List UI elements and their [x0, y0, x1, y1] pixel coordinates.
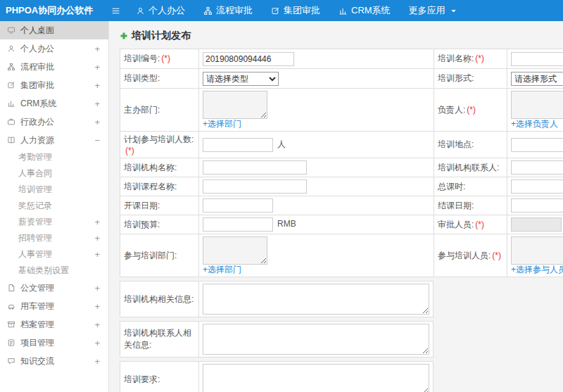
training-code-cell	[199, 49, 434, 69]
budget-input[interactable]	[203, 217, 273, 232]
sidebar-item-13[interactable]: 人事管理+	[0, 246, 108, 263]
select-leader-link[interactable]: +选择负责人	[511, 119, 558, 129]
sidebar-item-8[interactable]: 人事合同	[0, 165, 108, 182]
nav-item-2[interactable]: 集团审批	[262, 0, 329, 21]
expand-marker: +	[94, 233, 100, 244]
training-name-cell	[507, 49, 563, 69]
nav-item-4[interactable]: 更多应用	[400, 0, 467, 21]
training-type-label: 培训类型:	[120, 69, 199, 89]
end-date-input[interactable]	[511, 198, 563, 213]
sidebar-item-label: CRM系统	[20, 98, 56, 110]
sidebar-item-label: 招聘管理	[18, 232, 52, 244]
sidebar-item-label: 公文管理	[20, 282, 54, 294]
sidebar-item-label: 考勤管理	[18, 151, 52, 163]
org-contact-cell	[507, 158, 563, 177]
expand-marker: +	[94, 249, 100, 260]
expand-marker: −	[94, 135, 100, 146]
org-contact-info-textarea[interactable]	[203, 324, 429, 355]
sidebar-item-1[interactable]: 个人办公+	[0, 39, 108, 58]
nav-item-3[interactable]: CRM系统	[329, 0, 400, 21]
join-dept-label: 参与培训部门:	[120, 234, 199, 277]
approver-input[interactable]	[511, 217, 562, 232]
join-dept-textarea[interactable]	[203, 236, 267, 265]
training-code-input[interactable]	[203, 52, 294, 66]
course-name-input[interactable]	[203, 179, 307, 194]
page-title: 培训计划发布	[120, 30, 563, 42]
org-contact-input[interactable]	[511, 160, 563, 175]
end-date-label: 结课日期:	[434, 196, 507, 215]
sidebar-item-17[interactable]: 档案管理+	[0, 315, 108, 334]
sidebar-item-label: 培训管理	[18, 184, 52, 196]
doc-icon	[7, 284, 15, 292]
menu-icon	[111, 6, 120, 15]
expand-marker: +	[94, 117, 100, 127]
sidebar-item-15[interactable]: 公文管理+	[0, 279, 108, 297]
sidebar-item-9[interactable]: 培训管理	[0, 182, 108, 198]
person-unit-label: 人	[277, 139, 286, 149]
training-type-select[interactable]: 请选择类型	[203, 72, 279, 86]
leader-textarea[interactable]	[511, 91, 563, 119]
sidebar-item-6[interactable]: 人力资源−	[0, 131, 108, 149]
select-dept-link[interactable]: +选择部门	[203, 119, 241, 129]
sidebar-menu: 个人桌面个人办公+流程审批+集团审批+CRM系统+行政办公+人力资源−考勤管理人…	[0, 21, 108, 370]
org-contact-info-cell	[199, 322, 434, 358]
sidebar-item-0[interactable]: 个人桌面	[0, 21, 108, 39]
sidebar-item-5[interactable]: 行政办公+	[0, 113, 108, 131]
total-hours-input[interactable]	[511, 179, 563, 194]
sidebar-item-4[interactable]: CRM系统+	[0, 94, 108, 113]
requirements-label: 培训要求:	[120, 362, 199, 392]
app-logo: PHPOA协同办公软件	[0, 4, 104, 17]
expand-marker: +	[94, 338, 100, 348]
edit-icon	[7, 81, 15, 89]
leader-label: 负责人:(*)	[434, 89, 507, 132]
host-dept-label: 主办部门:	[120, 89, 199, 132]
nav-item-0[interactable]: 个人办公	[127, 0, 194, 21]
planned-count-input[interactable]	[203, 138, 273, 152]
sidebar-item-3[interactable]: 集团审批+	[0, 76, 108, 94]
add-plus-icon	[120, 32, 128, 40]
total-hours-cell	[507, 177, 563, 196]
nav-item-1[interactable]: 流程审批	[194, 0, 262, 21]
join-dept-select-link[interactable]: +选择部门	[203, 265, 241, 274]
host-dept-textarea[interactable]	[203, 91, 267, 119]
join-people-select-link[interactable]: +选择参与人员	[511, 265, 563, 274]
desktop-icon	[7, 26, 15, 34]
org-info-row: 培训机构相关信息:	[120, 281, 434, 317]
planned-count-label: 计划参与培训人数:(*)	[120, 132, 199, 158]
project-icon	[7, 339, 15, 347]
sidebar-item-label: 行政办公	[20, 116, 54, 128]
sidebar-item-18[interactable]: 项目管理+	[0, 334, 108, 352]
nav-item-label: 流程审批	[216, 4, 253, 17]
join-people-label: 参与培训人员:(*)	[434, 234, 507, 277]
join-people-textarea[interactable]	[511, 236, 563, 265]
sidebar-item-19[interactable]: 知识交流+	[0, 352, 108, 370]
budget-label: 培训预算:	[120, 215, 199, 234]
user-icon	[136, 6, 145, 15]
sidebar-item-14[interactable]: 基础类别设置	[0, 263, 108, 279]
nav-item-label: 个人办公	[148, 4, 185, 17]
sidebar-item-12[interactable]: 招聘管理+	[0, 230, 108, 246]
expand-marker: +	[94, 217, 100, 227]
location-input[interactable]	[511, 138, 563, 152]
currency-label: RMB	[277, 219, 296, 229]
training-name-input[interactable]	[511, 52, 563, 66]
start-date-input[interactable]	[203, 198, 273, 213]
sidebar-item-2[interactable]: 流程审批+	[0, 58, 108, 76]
approver-cell: +选择审批人员	[507, 215, 563, 234]
chat-icon	[7, 357, 15, 365]
chart-icon	[339, 6, 348, 15]
main-content: 培训计划发布 培训编号:(*) 培训名称:(*) 培训类型: 请选择类型 培训形…	[110, 21, 563, 392]
sidebar-item-7[interactable]: 考勤管理	[0, 149, 108, 165]
training-mode-select[interactable]: 请选择形式	[511, 72, 563, 86]
end-date-cell	[507, 196, 563, 215]
sidebar-item-11[interactable]: 薪资管理+	[0, 214, 108, 230]
org-name-input[interactable]	[203, 160, 307, 175]
training-form: 培训编号:(*) 培训名称:(*) 培训类型: 请选择类型 培训形式: 请选择形…	[120, 49, 563, 277]
org-info-textarea[interactable]	[203, 284, 429, 315]
planned-count-cell: 人	[199, 132, 434, 158]
menu-toggle[interactable]	[104, 0, 127, 21]
requirements-textarea[interactable]	[203, 364, 429, 392]
sidebar-item-10[interactable]: 奖惩记录	[0, 198, 108, 214]
course-name-cell	[199, 177, 434, 196]
sidebar-item-16[interactable]: 用车管理+	[0, 297, 108, 315]
